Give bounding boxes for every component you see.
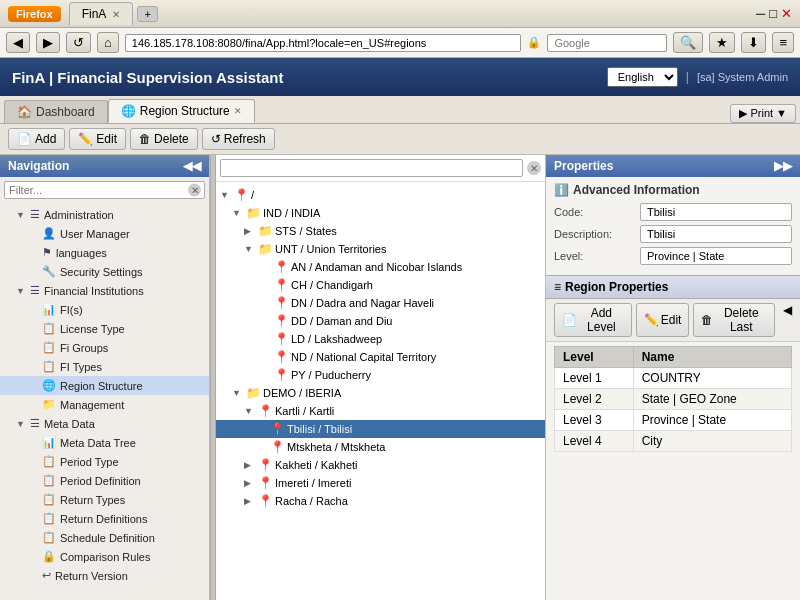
- tree-item-unt[interactable]: ▼ 📁 UNT / Union Territories: [216, 240, 545, 258]
- restore-icon[interactable]: □: [769, 6, 777, 21]
- tree-item-py[interactable]: 📍 PY / Puducherry: [216, 366, 545, 384]
- table-row[interactable]: Level 3 Province | State: [555, 410, 792, 431]
- browser-tab[interactable]: FinA ✕: [69, 2, 134, 25]
- tree-item-dd[interactable]: 📍 DD / Daman and Diu: [216, 312, 545, 330]
- description-field[interactable]: [640, 225, 792, 243]
- security-settings-label: Security Settings: [60, 266, 143, 278]
- properties-title: Properties: [554, 159, 613, 173]
- sidebar-item-administration[interactable]: ▼ ☰ Administration: [0, 205, 209, 224]
- table-row[interactable]: Level 1 COUNTRY: [555, 368, 792, 389]
- tree-item-ld[interactable]: 📍 LD / Lakshadweep: [216, 330, 545, 348]
- download-button[interactable]: ⬇: [741, 32, 766, 53]
- address-bar[interactable]: [125, 34, 522, 52]
- table-row[interactable]: Level 2 State | GEO Zone: [555, 389, 792, 410]
- delete-button[interactable]: 🗑 Delete: [130, 128, 198, 150]
- sidebar-item-license-type[interactable]: 📋 License Type: [0, 319, 209, 338]
- meta-tree-icon: 📊: [42, 436, 56, 449]
- sidebar-item-comparison-rules[interactable]: 🔒 Comparison Rules: [0, 547, 209, 566]
- tree-item-ind[interactable]: ▼ 📁 IND / INDIA: [216, 204, 545, 222]
- tree-item-kartli[interactable]: ▼ 📍 Kartli / Kartli: [216, 402, 545, 420]
- sidebar-item-period-type[interactable]: 📋 Period Type: [0, 452, 209, 471]
- more-icon[interactable]: ◀: [783, 303, 792, 337]
- tree-item-root[interactable]: ▼ 📍 /: [216, 186, 545, 204]
- tab-dashboard[interactable]: 🏠 Dashboard: [4, 100, 108, 123]
- tree-item-tbilisi[interactable]: 📍 Tbilisi / Tbilisi: [216, 420, 545, 438]
- code-field[interactable]: [640, 203, 792, 221]
- tree-search-input[interactable]: [220, 159, 523, 177]
- period-type-icon: 📋: [42, 455, 56, 468]
- sidebar-item-management[interactable]: 📁 Management: [0, 395, 209, 414]
- back-button[interactable]: ◀: [6, 32, 30, 53]
- sidebar-item-fi-groups[interactable]: 📋 Fi Groups: [0, 338, 209, 357]
- sidebar-item-meta-data-tree[interactable]: 📊 Meta Data Tree: [0, 433, 209, 452]
- sidebar-item-fis[interactable]: 📊 FI(s): [0, 300, 209, 319]
- tree-item-demo[interactable]: ▼ 📁 DEMO / IBERIA: [216, 384, 545, 402]
- sidebar-item-return-definitions[interactable]: 📋 Return Definitions: [0, 509, 209, 528]
- filter-clear-icon[interactable]: ✕: [188, 184, 201, 197]
- separator: |: [686, 70, 689, 84]
- expand-properties-icon[interactable]: ▶▶: [774, 159, 792, 173]
- tree-item-sts[interactable]: ▶ 📁 STS / States: [216, 222, 545, 240]
- print-button[interactable]: ▶ Print ▼: [730, 104, 796, 123]
- tree-item-nd[interactable]: 📍 ND / National Capital Territory: [216, 348, 545, 366]
- advanced-info-title: ℹ️ Advanced Information: [554, 183, 792, 197]
- edit-button[interactable]: ✏️ Edit: [69, 128, 126, 150]
- region-edit-icon: ✏️: [644, 313, 659, 327]
- tree-item-an[interactable]: 📍 AN / Andaman and Nicobar Islands: [216, 258, 545, 276]
- forward-button[interactable]: ▶: [36, 32, 60, 53]
- menu-button[interactable]: ≡: [772, 32, 794, 53]
- add-button[interactable]: 📄 Add: [8, 128, 65, 150]
- tree-item-dn[interactable]: 📍 DN / Dadra and Nagar Haveli: [216, 294, 545, 312]
- arrow-icon: ▼: [232, 208, 244, 218]
- sidebar-item-fi-types[interactable]: 📋 FI Types: [0, 357, 209, 376]
- sidebar-item-languages[interactable]: ⚑ languages: [0, 243, 209, 262]
- tree-item-kakheti[interactable]: ▶ 📍 Kakheti / Kakheti: [216, 456, 545, 474]
- sidebar-filter-input[interactable]: [4, 181, 205, 199]
- new-tab-button[interactable]: +: [137, 6, 157, 22]
- sidebar-item-user-manager[interactable]: 👤 User Manager: [0, 224, 209, 243]
- region-edit-button[interactable]: ✏️ Edit: [636, 303, 690, 337]
- search-input[interactable]: [547, 34, 667, 52]
- home-button[interactable]: ⌂: [97, 32, 119, 53]
- meta-data-label: Meta Data: [44, 418, 95, 430]
- tree-item-mtskheta[interactable]: 📍 Mtskheta / Mtskheta: [216, 438, 545, 456]
- sidebar-item-return-version[interactable]: ↩ Return Version: [0, 566, 209, 585]
- fis-icon: 📊: [42, 303, 56, 316]
- refresh-button[interactable]: ↺ Refresh: [202, 128, 275, 150]
- fi-groups-label: Fi Groups: [60, 342, 108, 354]
- sidebar-item-security-settings[interactable]: 🔧 Security Settings: [0, 262, 209, 281]
- region-toolbar: 📄 Add Level ✏️ Edit 🗑 Delete Last ◀: [546, 299, 800, 342]
- an-label: AN / Andaman and Nicobar Islands: [291, 261, 462, 273]
- comparison-rules-label: Comparison Rules: [60, 551, 150, 563]
- language-selector[interactable]: English: [607, 67, 678, 87]
- delete-last-button[interactable]: 🗑 Delete Last: [693, 303, 775, 337]
- close-icon[interactable]: ✕: [781, 6, 792, 21]
- reload-button[interactable]: ↺: [66, 32, 91, 53]
- level-field[interactable]: [640, 247, 792, 265]
- tree-search-area: ✕: [216, 155, 545, 182]
- tree-item-racha[interactable]: ▶ 📍 Racha / Racha: [216, 492, 545, 510]
- tab-close-icon[interactable]: ✕: [112, 9, 120, 20]
- add-level-button[interactable]: 📄 Add Level: [554, 303, 632, 337]
- tree-item-imereti[interactable]: ▶ 📍 Imereti / Imereti: [216, 474, 545, 492]
- sidebar-item-financial-institutions[interactable]: ▼ ☰ Financial Institutions: [0, 281, 209, 300]
- sidebar-item-region-structure[interactable]: 🌐 Region Structure: [0, 376, 209, 395]
- level-cell: Level 4: [555, 431, 634, 452]
- tree-item-ch[interactable]: 📍 CH / Chandigarh: [216, 276, 545, 294]
- tab-region-structure[interactable]: 🌐 Region Structure ✕: [108, 99, 255, 123]
- firefox-label: Firefox: [8, 6, 61, 22]
- region-tab-close-icon[interactable]: ✕: [234, 106, 242, 116]
- search-button[interactable]: 🔍: [673, 32, 703, 53]
- print-button-area[interactable]: ▶ Print ▼: [730, 104, 796, 123]
- sidebar-item-meta-data[interactable]: ▼ ☰ Meta Data: [0, 414, 209, 433]
- tab-bar: 🏠 Dashboard 🌐 Region Structure ✕ ▶ Print…: [0, 96, 800, 124]
- sidebar-item-period-definition[interactable]: 📋 Period Definition: [0, 471, 209, 490]
- collapse-icon[interactable]: ◀◀: [183, 159, 201, 173]
- advanced-info-section: ℹ️ Advanced Information Code: Descriptio…: [546, 177, 800, 275]
- sidebar-item-schedule-definition[interactable]: 📋 Schedule Definition: [0, 528, 209, 547]
- table-row[interactable]: Level 4 City: [555, 431, 792, 452]
- sidebar-item-return-types[interactable]: 📋 Return Types: [0, 490, 209, 509]
- tree-search-clear-icon[interactable]: ✕: [527, 161, 541, 175]
- bookmark-button[interactable]: ★: [709, 32, 735, 53]
- minimize-icon[interactable]: ─: [756, 6, 765, 21]
